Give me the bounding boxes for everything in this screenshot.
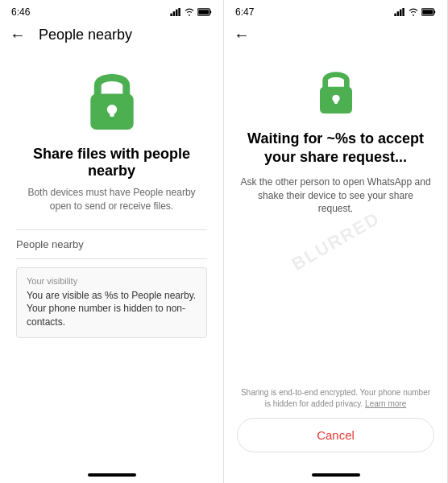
home-indicator-1 <box>88 473 136 477</box>
battery-icon-1 <box>197 8 212 16</box>
time-1: 6:46 <box>11 6 30 18</box>
visibility-box: Your visibility You are visible as %s to… <box>16 267 207 338</box>
battery-icon-2 <box>421 8 436 16</box>
screen1-content: Share files with people nearby Both devi… <box>0 52 223 469</box>
svg-rect-11 <box>397 11 400 16</box>
screen2-content: Waiting for ~%s to accept your share req… <box>224 52 447 379</box>
status-icons-2 <box>394 8 436 16</box>
svg-rect-6 <box>198 10 209 14</box>
sub-text-1: Both devices must have People nearby ope… <box>16 186 207 213</box>
svg-rect-16 <box>422 10 433 14</box>
screen-1: 6:46 ← People nearby <box>0 0 224 483</box>
header-2: ← <box>224 21 447 52</box>
lock-icon-large <box>80 65 144 130</box>
section-label-people[interactable]: People nearby <box>16 230 207 259</box>
cancel-button[interactable]: Cancel <box>237 418 434 452</box>
signal-icon-2 <box>394 8 405 16</box>
svg-rect-3 <box>178 8 180 16</box>
svg-rect-0 <box>170 14 172 16</box>
status-bar-2: 6:47 <box>224 0 447 21</box>
screen-2: BLURRED 6:47 ← <box>224 0 448 483</box>
waiting-title: Waiting for ~%s to accept your share req… <box>240 130 431 167</box>
learn-more-link[interactable]: Learn more <box>365 399 406 408</box>
svg-rect-9 <box>110 109 114 117</box>
svg-rect-19 <box>334 98 338 104</box>
page-title-1: People nearby <box>39 27 132 43</box>
svg-rect-15 <box>434 10 436 13</box>
back-button-1[interactable]: ← <box>10 26 26 44</box>
svg-rect-13 <box>402 8 404 16</box>
signal-icon-1 <box>170 8 181 16</box>
svg-rect-2 <box>176 10 178 16</box>
lock-icon-medium <box>312 65 360 114</box>
status-bar-1: 6:46 <box>0 0 223 21</box>
status-icons-1 <box>170 8 212 16</box>
privacy-note: Sharing is end-to-end encrypted. Your ph… <box>237 387 434 410</box>
header-1: ← People nearby <box>0 21 223 52</box>
back-button-2[interactable]: ← <box>234 26 250 44</box>
visibility-text: You are visible as %s to People nearby. … <box>27 289 197 329</box>
wifi-icon-1 <box>184 8 195 16</box>
svg-rect-1 <box>173 11 176 16</box>
waiting-sub: Ask the other person to open WhatsApp an… <box>240 175 431 216</box>
time-2: 6:47 <box>235 6 254 18</box>
bottom-section: Sharing is end-to-end encrypted. Your ph… <box>224 379 447 469</box>
visibility-label: Your visibility <box>27 276 197 286</box>
home-indicator-2 <box>312 473 360 477</box>
svg-rect-12 <box>400 10 402 16</box>
svg-rect-10 <box>394 14 396 16</box>
wifi-icon-2 <box>408 8 419 16</box>
main-title-1: Share files with people nearby <box>16 146 207 180</box>
svg-rect-5 <box>210 10 212 13</box>
